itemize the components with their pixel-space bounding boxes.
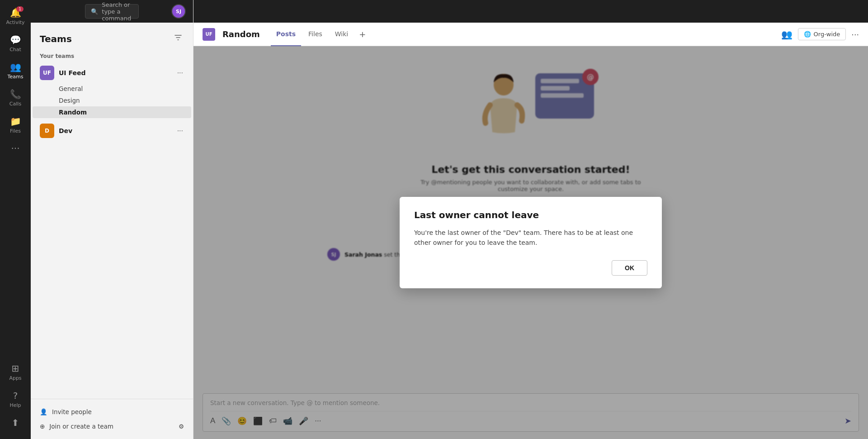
team-more-btn-dev[interactable]: ···	[175, 126, 186, 136]
calls-icon: 📞	[10, 89, 21, 100]
files-icon: 📁	[10, 116, 21, 127]
add-tab-button[interactable]: +	[355, 28, 369, 41]
modal-overlay: Last owner cannot leave You're the last …	[193, 46, 868, 439]
nav-label-help: Help	[9, 402, 21, 408]
nav-item-help[interactable]: ? Help	[3, 387, 28, 412]
content-area: @ Let's get this conversation started! T…	[193, 46, 868, 439]
nav-bar: 🔔 Activity 1 💬 Chat 👥 Teams 📞 Calls 📁 Fi…	[0, 0, 31, 439]
user-avatar[interactable]: SJ	[171, 4, 186, 19]
org-wide-label: Org-wide	[814, 31, 840, 38]
org-wide-button[interactable]: 🌐 Org-wide	[798, 28, 846, 40]
team-avatar-dev: D	[40, 124, 54, 138]
tab-files[interactable]: Files	[303, 23, 328, 46]
nav-label-chat: Chat	[9, 47, 21, 52]
more-options-button[interactable]: ···	[851, 29, 859, 39]
search-bar[interactable]: 🔍 Search or type a command	[85, 4, 138, 19]
channel-name: Random	[222, 29, 260, 39]
modal-dialog: Last owner cannot leave You're the last …	[400, 197, 662, 289]
invite-people-item[interactable]: 👤 Invite people	[38, 405, 186, 419]
team-name-dev: Dev	[59, 127, 175, 134]
activity-badge: 1	[16, 6, 24, 12]
teams-icon: 👥	[10, 62, 21, 72]
modal-ok-button[interactable]: OK	[612, 260, 647, 276]
nav-item-upload[interactable]: ⬆	[3, 414, 28, 432]
more-icon: ···	[10, 143, 21, 154]
team-more-btn-ui-feed[interactable]: ···	[175, 68, 186, 78]
nav-label-apps: Apps	[9, 375, 21, 381]
top-bar	[193, 0, 868, 23]
chat-icon: 💬	[10, 34, 21, 45]
nav-label-activity: Activity	[6, 19, 24, 25]
sidebar-title: Teams	[40, 33, 72, 44]
join-settings-icon: ⚙	[179, 423, 184, 430]
modal-footer: OK	[414, 260, 647, 276]
invite-label: Invite people	[52, 408, 92, 415]
channel-item-general[interactable]: General	[33, 83, 191, 95]
sidebar-footer: 👤 Invite people ⊕ Join or create a team …	[31, 399, 193, 439]
channel-team-avatar: UF	[203, 28, 215, 41]
invite-icon: 👤	[40, 408, 47, 415]
channel-item-design[interactable]: Design	[33, 95, 191, 106]
channel-tabs: Posts Files Wiki +	[271, 23, 370, 46]
tab-posts[interactable]: Posts	[271, 23, 301, 46]
apps-icon: ⊞	[10, 363, 21, 374]
team-item-dev[interactable]: D Dev ···	[33, 121, 191, 141]
help-icon: ?	[10, 390, 21, 401]
team-avatar-ui-feed: UF	[40, 66, 54, 80]
modal-title: Last owner cannot leave	[414, 210, 647, 220]
team-item-ui-feed[interactable]: UF UI Feed ···	[33, 63, 191, 83]
main-content: UF Random Posts Files Wiki + 👥 🌐 Org-wid…	[193, 0, 868, 439]
nav-label-calls: Calls	[9, 101, 21, 107]
channel-header-right: 👥 🌐 Org-wide ···	[781, 28, 859, 40]
team-name-ui-feed: UI Feed	[59, 69, 175, 76]
nav-item-apps[interactable]: ⊞ Apps	[3, 359, 28, 385]
join-label: Join or create a team	[49, 423, 113, 430]
sidebar-header: Teams	[31, 23, 193, 51]
search-icon: 🔍	[91, 8, 98, 15]
channel-header: UF Random Posts Files Wiki + 👥 🌐 Org-wid…	[193, 23, 868, 46]
section-label-your-teams: Your teams	[31, 51, 193, 63]
nav-item-activity[interactable]: 🔔 Activity 1	[3, 4, 28, 29]
nav-item-teams[interactable]: 👥 Teams	[3, 58, 28, 83]
org-wide-icon: 🌐	[804, 31, 811, 38]
nav-label-files: Files	[10, 128, 21, 134]
nav-item-more[interactable]: ···	[3, 139, 28, 157]
channel-item-random[interactable]: Random	[33, 106, 191, 118]
filter-button[interactable]	[172, 32, 184, 46]
tab-wiki[interactable]: Wiki	[330, 23, 354, 46]
nav-item-calls[interactable]: 📞 Calls	[3, 85, 28, 110]
channel-list-ui-feed: General Design Random	[31, 83, 193, 118]
modal-body: You're the last owner of the "Dev" team.…	[414, 228, 647, 248]
search-placeholder: Search or type a command	[102, 1, 132, 22]
sidebar: 🔍 Search or type a command SJ Teams Your…	[31, 0, 193, 439]
nav-item-files[interactable]: 📁 Files	[3, 112, 28, 138]
join-team-item[interactable]: ⊕ Join or create a team ⚙	[38, 419, 186, 434]
upload-icon: ⬆	[10, 417, 21, 428]
nav-item-chat[interactable]: 💬 Chat	[3, 31, 28, 56]
join-icon: ⊕	[40, 423, 45, 430]
meet-now-button[interactable]: 👥	[781, 29, 793, 40]
nav-label-teams: Teams	[8, 74, 24, 80]
